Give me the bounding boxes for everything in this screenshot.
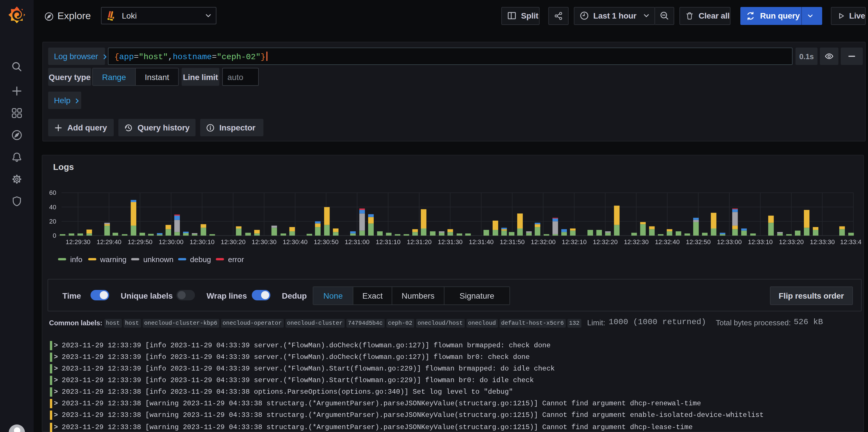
- svg-text:12:32:00: 12:32:00: [531, 238, 556, 245]
- svg-text:12:30:00: 12:30:00: [159, 238, 184, 245]
- svg-text:12:33:10: 12:33:10: [748, 238, 773, 245]
- svg-text:12:31:20: 12:31:20: [407, 238, 432, 245]
- svg-text:12:33:4: 12:33:4: [840, 238, 861, 245]
- svg-text:12:32:10: 12:32:10: [562, 238, 587, 245]
- svg-text:12:33:30: 12:33:30: [810, 238, 835, 245]
- svg-text:12:31:50: 12:31:50: [500, 238, 525, 245]
- svg-text:12:31:40: 12:31:40: [469, 238, 494, 245]
- svg-text:60: 60: [49, 189, 56, 196]
- svg-text:12:31:00: 12:31:00: [345, 238, 370, 245]
- svg-text:0: 0: [53, 232, 56, 239]
- svg-text:12:29:30: 12:29:30: [66, 238, 91, 245]
- svg-text:12:30:50: 12:30:50: [314, 238, 339, 245]
- svg-text:12:30:10: 12:30:10: [190, 238, 215, 245]
- svg-text:12:31:10: 12:31:10: [376, 238, 401, 245]
- svg-text:12:30:40: 12:30:40: [283, 238, 308, 245]
- svg-text:12:31:30: 12:31:30: [438, 238, 463, 245]
- svg-text:12:29:40: 12:29:40: [97, 238, 122, 245]
- svg-text:12:32:30: 12:32:30: [624, 238, 649, 245]
- svg-text:12:32:50: 12:32:50: [686, 238, 711, 245]
- svg-text:12:32:20: 12:32:20: [593, 238, 618, 245]
- svg-text:12:29:50: 12:29:50: [128, 238, 153, 245]
- svg-text:20: 20: [49, 218, 56, 225]
- svg-text:12:33:00: 12:33:00: [717, 238, 742, 245]
- svg-text:12:33:20: 12:33:20: [779, 238, 804, 245]
- svg-text:12:30:30: 12:30:30: [252, 238, 277, 245]
- svg-text:12:32:40: 12:32:40: [655, 238, 680, 245]
- svg-text:12:30:20: 12:30:20: [221, 238, 246, 245]
- svg-text:40: 40: [49, 203, 56, 211]
